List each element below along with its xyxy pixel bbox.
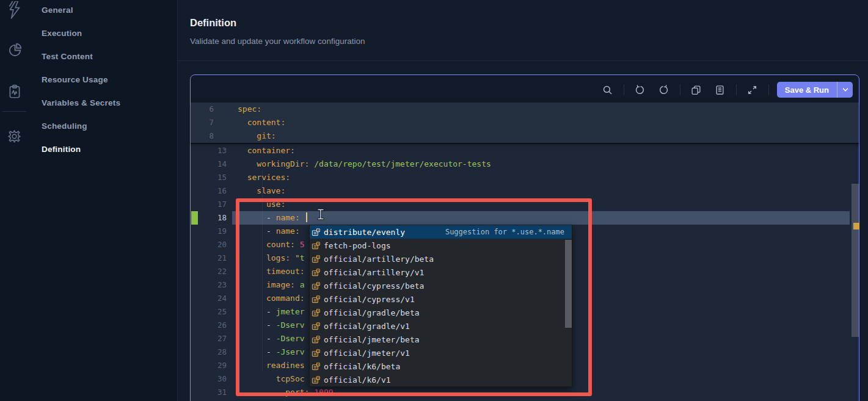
code-token: readines [266, 361, 305, 370]
suggestion-item-official-gradle-beta[interactable]: official/gradle/beta [310, 306, 572, 319]
code-line[interactable]: 18 - name: [191, 211, 859, 225]
code-text: - -Jserv [238, 345, 305, 359]
copy-icon[interactable] [688, 82, 704, 98]
line-number: 14 [191, 157, 227, 171]
lightning-icon[interactable] [0, 0, 29, 21]
suggestion-icon [312, 228, 321, 237]
suggestion-item-official-artillery-v1[interactable]: official/artillery/v1 [310, 266, 572, 279]
code-token: container: [247, 146, 295, 155]
suggestion-icon [312, 308, 321, 317]
overview-ruler-marker [853, 223, 859, 229]
undo-icon[interactable] [632, 82, 648, 98]
sidebar-item-test-content[interactable]: Test Content [42, 52, 93, 61]
redo-icon[interactable] [656, 82, 672, 98]
line-number: 29 [191, 359, 227, 372]
code-token: jmeter [276, 307, 305, 316]
code-token [238, 186, 257, 195]
code-token: - [238, 320, 276, 330]
indent-guide [262, 170, 263, 372]
code-token [238, 146, 247, 155]
code-token: timeout: [266, 267, 305, 276]
document-icon[interactable] [712, 82, 728, 98]
report-icon[interactable] [0, 81, 29, 102]
suggestion-item-official-cypress-v1[interactable]: official/cypress/v1 [310, 292, 572, 306]
code-text: - name: [238, 225, 305, 238]
suggestion-hint: Suggestion for *.use.*.name [445, 228, 564, 236]
code-line[interactable]: 8 git: [191, 129, 859, 143]
code-token [238, 118, 247, 127]
sidebar-item-resource-usage[interactable]: Resource Usage [42, 75, 108, 84]
settings-icon[interactable] [0, 126, 29, 146]
save-and-run-button[interactable]: Save & Run [777, 82, 853, 98]
code-line[interactable]: 17 use: [191, 198, 859, 211]
code-token: services: [247, 173, 290, 182]
code-token: tcpSoc [276, 374, 305, 383]
suggestion-item-distribute-evenly[interactable]: distribute/evenlySuggestion for *.use.*.… [310, 225, 572, 239]
divider [178, 60, 868, 61]
expand-icon[interactable] [745, 82, 760, 98]
suggestion-list: distribute/evenlySuggestion for *.use.*.… [310, 225, 572, 386]
code-token [238, 374, 276, 383]
sidebar-item-scheduling[interactable]: Scheduling [42, 121, 87, 131]
suggestion-item-official-cypress-beta[interactable]: official/cypress/beta [310, 279, 572, 292]
suggestion-label: official/gradle/v1 [324, 322, 410, 331]
suggestion-item-official-gradle-v1[interactable]: official/gradle/v1 [310, 319, 572, 333]
suggestion-icon [312, 241, 321, 250]
suggestion-item-fetch-pod-logs[interactable]: fetch-pod-logs [310, 239, 572, 252]
code-text: - -Dserv [238, 332, 305, 345]
sidebar-item-variables-secrets[interactable]: Variables & Secrets [42, 98, 120, 107]
code-token: - [238, 213, 276, 222]
suggestion-item-official-k6-v1[interactable]: official/k6/v1 [310, 373, 572, 386]
line-number: 16 [191, 184, 227, 198]
code-token [238, 173, 247, 182]
suggestion-item-official-jmeter-beta[interactable]: official/jmeter/beta [310, 333, 572, 346]
suggestion-icon [312, 295, 321, 304]
suggestion-item-official-artillery-beta[interactable]: official/artillery/beta [310, 252, 572, 266]
code-text: command: [238, 292, 305, 305]
line-number: 13 [191, 144, 227, 157]
code-line[interactable]: 16 slave: [191, 184, 859, 198]
code-token: count: [266, 240, 295, 249]
pie-chart-icon[interactable] [0, 40, 29, 60]
code-text: timeout: [238, 265, 305, 278]
line-number: 18 [191, 211, 227, 225]
suggestion-label: fetch-pod-logs [324, 241, 391, 250]
code-line[interactable]: 15 services: [191, 171, 859, 184]
suggestion-label: official/k6/v1 [324, 375, 391, 385]
code-token: content: [247, 118, 286, 127]
code-token: spec: [238, 104, 261, 114]
code-token: 5 [295, 240, 305, 249]
editor-scrollbar[interactable] [852, 184, 859, 337]
line-number: 27 [191, 332, 227, 345]
code-token [238, 159, 257, 168]
sticky-scroll: 6spec:7 content:8 git: [191, 103, 859, 144]
code-token: port: [285, 388, 309, 397]
code-text: container: [238, 144, 295, 157]
line-number: 6 [191, 103, 214, 116]
workflow-settings-sidebar: GeneralExecutionTest ContentResource Usa… [29, 0, 177, 401]
code-token: -Jserv [276, 347, 305, 356]
code-line[interactable]: 13 container: [191, 144, 859, 157]
code-line[interactable]: 14 workingDir: /data/repo/test/jmeter/ex… [191, 157, 859, 171]
autocomplete-dropdown: distribute/evenlySuggestion for *.use.*.… [309, 225, 572, 387]
sidebar-item-definition[interactable]: Definition [42, 145, 81, 154]
chevron-down-icon[interactable] [837, 82, 853, 98]
code-token: - [238, 226, 276, 236]
code-token: name: [276, 213, 300, 222]
code-token: a [295, 280, 305, 289]
sidebar-item-execution[interactable]: Execution [42, 29, 82, 38]
code-text: tcpSoc [238, 372, 305, 386]
code-line[interactable]: 7 content: [191, 116, 859, 129]
line-number: 28 [191, 345, 227, 359]
page-subtitle: Validate and update your workflow config… [190, 37, 556, 46]
code-line[interactable]: 6spec: [191, 103, 859, 116]
code-line[interactable]: 31 port: 1099 [191, 386, 859, 399]
suggestion-scrollbar[interactable] [565, 240, 572, 328]
search-icon[interactable] [600, 82, 616, 98]
suggestion-item-official-jmeter-v1[interactable]: official/jmeter/v1 [310, 346, 572, 359]
line-number: 21 [191, 251, 227, 265]
suggestion-item-official-k6-beta[interactable]: official/k6/beta [310, 359, 572, 373]
sidebar-item-general[interactable]: General [42, 5, 73, 15]
code-token [238, 388, 285, 397]
suggestion-label: official/jmeter/beta [324, 335, 420, 344]
